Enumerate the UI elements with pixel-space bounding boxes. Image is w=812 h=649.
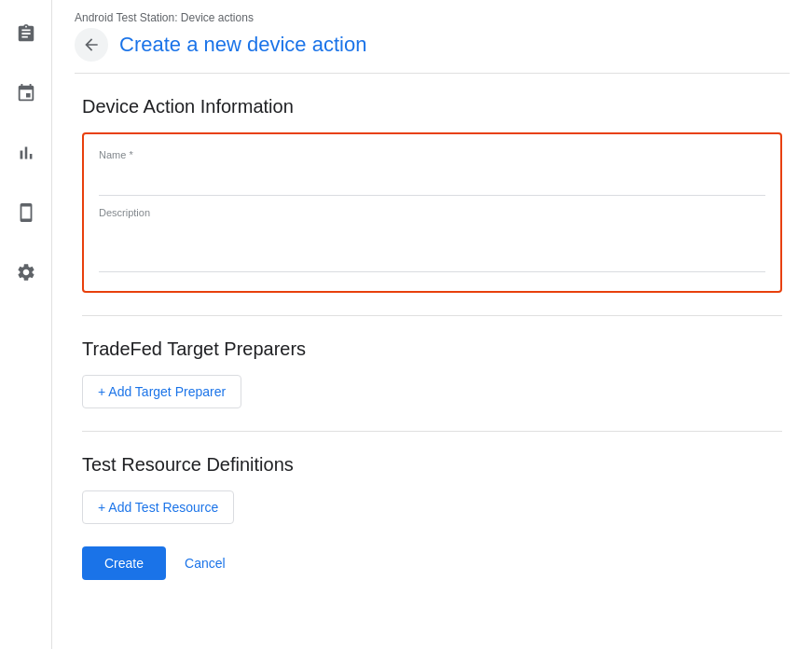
create-button[interactable]: Create [82, 546, 166, 580]
main-content: Android Test Station: Device actions Cre… [52, 0, 812, 649]
page-title: Create a new device action [119, 33, 366, 57]
breadcrumb: Android Test Station: Device actions [75, 11, 790, 24]
name-input[interactable] [99, 162, 765, 196]
description-label: Description [99, 207, 765, 218]
page-title-row: Create a new device action [75, 28, 790, 62]
back-button[interactable] [75, 28, 108, 62]
sidebar [0, 0, 52, 649]
cancel-button[interactable]: Cancel [173, 546, 237, 580]
name-label: Name * [99, 149, 765, 160]
action-row: Create Cancel [82, 546, 782, 580]
section-divider-2 [82, 431, 782, 432]
sidebar-item-calendar[interactable] [7, 75, 45, 112]
section-divider-1 [82, 315, 782, 316]
content-area: Device Action Information Name * Descrip… [52, 74, 812, 602]
add-target-preparer-button[interactable]: + Add Target Preparer [82, 375, 241, 408]
test-resource-title: Test Resource Definitions [82, 454, 782, 476]
test-resource-section: Test Resource Definitions + Add Test Res… [82, 454, 782, 524]
sidebar-item-analytics[interactable] [7, 134, 45, 172]
description-input[interactable] [99, 220, 765, 272]
device-action-info-title: Device Action Information [82, 96, 782, 117]
device-action-info-section: Device Action Information Name * Descrip… [82, 96, 782, 293]
form-fields-container: Name * Description [82, 132, 782, 293]
sidebar-item-phone[interactable] [7, 194, 45, 231]
add-test-resource-button[interactable]: + Add Test Resource [82, 490, 234, 524]
header: Android Test Station: Device actions Cre… [52, 0, 812, 74]
description-field: Description [99, 207, 765, 276]
tradefed-section: TradeFed Target Preparers + Add Target P… [82, 338, 782, 408]
name-field: Name * [99, 149, 765, 196]
sidebar-item-clipboard[interactable] [7, 15, 45, 52]
sidebar-item-settings[interactable] [7, 254, 45, 291]
tradefed-title: TradeFed Target Preparers [82, 338, 782, 360]
